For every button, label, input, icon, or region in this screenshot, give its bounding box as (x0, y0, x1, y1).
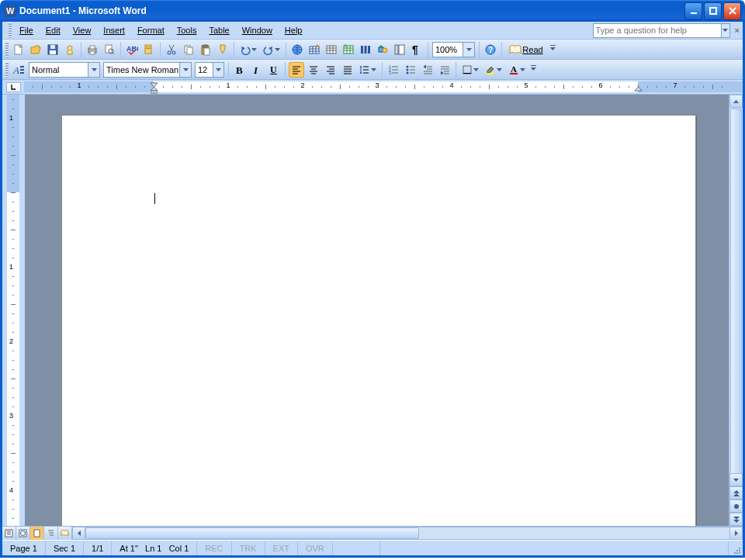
previous-page-button[interactable] (729, 486, 743, 500)
doc-map-icon[interactable] (392, 42, 407, 57)
fontsize-combo[interactable]: 12 (195, 62, 224, 78)
align-left-button[interactable] (289, 62, 304, 78)
menubar-handle[interactable] (9, 22, 12, 38)
horizontal-ruler[interactable]: 11234567 (2, 80, 743, 95)
print-icon[interactable] (85, 42, 100, 57)
new-doc-icon[interactable] (11, 42, 26, 57)
columns-icon[interactable] (358, 42, 373, 57)
formatting-toolbar-handle[interactable] (5, 62, 9, 78)
hyperlink-icon[interactable] (289, 42, 305, 57)
style-combo[interactable]: Normal (29, 62, 100, 78)
bold-button[interactable]: B (232, 62, 248, 78)
align-right-button[interactable] (323, 62, 338, 78)
outline-view-button[interactable] (44, 527, 58, 540)
format-painter-icon[interactable] (215, 42, 230, 57)
status-ext[interactable]: EXT (265, 541, 298, 555)
scroll-left-button[interactable] (72, 527, 85, 540)
align-center-button[interactable] (306, 62, 321, 78)
hscroll-track[interactable] (85, 527, 729, 540)
maximize-button[interactable] (704, 2, 722, 20)
decrease-indent-button[interactable] (420, 62, 435, 78)
menu-tools[interactable]: Tools (171, 23, 203, 37)
print-preview-icon[interactable] (102, 42, 117, 57)
permission-icon[interactable] (62, 42, 78, 57)
horizontal-scrollbar[interactable] (72, 527, 743, 540)
help-icon[interactable]: ? (483, 42, 498, 57)
menu-file[interactable]: File (13, 23, 40, 37)
vertical-scrollbar[interactable] (729, 95, 743, 526)
save-icon[interactable] (45, 42, 61, 57)
underline-button[interactable]: U (266, 62, 282, 78)
fontsize-dropdown-arrow[interactable] (213, 63, 224, 77)
minimize-button[interactable] (684, 2, 702, 20)
cut-icon[interactable] (164, 42, 179, 57)
tables-borders-icon[interactable] (307, 42, 322, 57)
svg-rect-15 (145, 45, 151, 54)
scroll-up-button[interactable] (729, 95, 743, 108)
menubar-close-icon[interactable]: × (735, 26, 740, 35)
web-layout-view-button[interactable] (16, 527, 30, 540)
zoom-combo[interactable]: 100% (432, 42, 475, 57)
numbered-list-button[interactable]: 123 (386, 62, 401, 78)
line-spacing-button[interactable] (357, 62, 379, 78)
menu-insert[interactable]: Insert (97, 23, 131, 37)
formatting-toolbar-options-icon[interactable] (529, 62, 537, 78)
menubar: File Edit View Insert Format Tools Table… (2, 22, 743, 40)
borders-button[interactable] (459, 62, 481, 78)
toolbar-options-icon[interactable] (549, 42, 556, 57)
copy-icon[interactable] (181, 42, 196, 57)
open-icon[interactable] (28, 42, 43, 57)
redo-button[interactable] (261, 42, 282, 57)
status-ovr[interactable]: OVR (298, 541, 333, 555)
highlight-button[interactable] (483, 62, 504, 78)
insert-worksheet-icon[interactable]: X (341, 42, 356, 57)
font-color-button[interactable]: A (506, 62, 528, 78)
ruler-tab-selector[interactable] (2, 80, 24, 94)
menu-help[interactable]: Help (279, 23, 309, 37)
menu-format[interactable]: Format (131, 23, 171, 37)
read-mode-button[interactable]: Read (505, 42, 547, 57)
spellcheck-icon[interactable]: ABC (124, 42, 140, 57)
svg-text:ABC: ABC (126, 45, 138, 53)
menu-view[interactable]: View (67, 23, 98, 37)
bulleted-list-button[interactable] (403, 62, 418, 78)
drawing-icon[interactable] (375, 42, 390, 57)
increase-indent-button[interactable] (437, 62, 452, 78)
paste-icon[interactable] (198, 42, 213, 57)
menu-window[interactable]: Window (236, 23, 279, 37)
scroll-thumb-vertical[interactable] (730, 109, 742, 481)
document-viewport[interactable] (25, 95, 729, 526)
insert-table-icon[interactable] (324, 42, 339, 57)
zoom-dropdown-arrow[interactable] (463, 43, 474, 57)
status-rec[interactable]: REC (197, 541, 231, 555)
style-dropdown-arrow[interactable] (88, 63, 99, 77)
align-justify-button[interactable] (340, 62, 355, 78)
font-combo[interactable]: Times New Roman (103, 62, 192, 78)
help-input[interactable] (593, 23, 722, 38)
styles-pane-icon[interactable]: A (11, 62, 26, 78)
vertical-ruler[interactable]: 11234 (2, 95, 25, 526)
scroll-down-button[interactable] (729, 473, 743, 486)
scroll-thumb-horizontal[interactable] (85, 527, 419, 539)
svg-text:¶: ¶ (412, 43, 418, 56)
reading-layout-view-button[interactable] (58, 527, 72, 540)
menu-edit[interactable]: Edit (40, 23, 67, 37)
help-dropdown-arrow[interactable] (722, 23, 730, 38)
normal-view-button[interactable] (2, 527, 16, 540)
research-icon[interactable] (141, 42, 157, 57)
show-paragraph-icon[interactable]: ¶ (409, 42, 424, 57)
status-spell-icon[interactable] (333, 541, 380, 555)
page[interactable] (61, 115, 696, 526)
undo-button[interactable] (237, 42, 259, 57)
select-browse-object-button[interactable] (729, 500, 743, 513)
standard-toolbar-handle[interactable] (5, 42, 9, 57)
font-dropdown-arrow[interactable] (179, 63, 191, 77)
menu-table[interactable]: Table (203, 23, 235, 37)
scroll-right-button[interactable] (729, 527, 743, 540)
resize-grip[interactable] (729, 542, 741, 555)
print-layout-view-button[interactable] (30, 527, 44, 540)
status-trk[interactable]: TRK (232, 541, 265, 555)
close-button[interactable] (723, 2, 741, 20)
italic-button[interactable]: I (249, 62, 265, 78)
next-page-button[interactable] (729, 513, 743, 526)
